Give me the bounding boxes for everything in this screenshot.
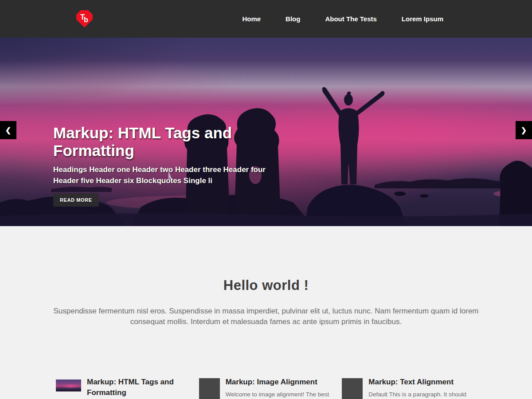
read-more-button[interactable]: READ MORE — [53, 193, 99, 207]
post-card: Markup: Image Alignment Welcome to image… — [199, 377, 333, 399]
content-section: Hello world ! Suspendisse fermentum nisl… — [0, 226, 532, 399]
post-thumbnail-sunset[interactable] — [56, 379, 81, 391]
chevron-left-icon: ❮ — [5, 126, 11, 134]
post-card-body: Markup: Image Alignment Welcome to image… — [226, 377, 333, 399]
post-card-body: Markup: Text Alignment Default This is a… — [368, 377, 476, 399]
slide-title[interactable]: Markup: HTML Tags and Formatting — [53, 124, 248, 160]
menu-item-home[interactable]: Home — [242, 15, 261, 23]
post-excerpt: Welcome to image alignment! The best way… — [226, 390, 333, 399]
hero-slider: Markup: HTML Tags and Formatting Heading… — [0, 38, 532, 226]
post-thumbnail-gray[interactable] — [342, 378, 363, 399]
chevron-right-icon: ❯ — [521, 126, 527, 134]
menu-link-lorem-ipsum[interactable]: Lorem Ipsum — [402, 15, 443, 23]
site-logo[interactable]: T b — [76, 10, 93, 27]
menu-item-blog[interactable]: Blog — [286, 15, 300, 23]
menu-link-about-the-tests[interactable]: About The Tests — [325, 15, 376, 23]
intro-paragraph: Suspendisse fermentum nisl eros. Suspend… — [48, 306, 485, 327]
post-excerpt: Default This is a paragraph. It should n… — [368, 390, 476, 399]
post-card: Markup: Text Alignment Default This is a… — [342, 377, 476, 399]
slide-caption: Markup: HTML Tags and Formatting Heading… — [53, 124, 284, 207]
top-navbar: T b Home Blog About The Tests Lorem Ipsu… — [0, 0, 532, 38]
menu-item-about-the-tests[interactable]: About The Tests — [325, 15, 376, 23]
post-card-body: Markup: HTML Tags and Formatting — [87, 377, 190, 399]
logo-letter-b: b — [84, 16, 88, 24]
post-title[interactable]: Markup: Image Alignment — [226, 377, 333, 388]
menu-item-lorem-ipsum[interactable]: Lorem Ipsum — [402, 15, 443, 23]
post-title[interactable]: Markup: HTML Tags and Formatting — [87, 377, 190, 399]
post-thumbnail-gray[interactable] — [199, 378, 220, 399]
slider-prev-button[interactable]: ❮ — [0, 121, 16, 139]
page-title: Hello world ! — [0, 226, 532, 293]
post-card: Markup: HTML Tags and Formatting — [56, 377, 190, 399]
menu-link-home[interactable]: Home — [242, 15, 261, 23]
main-menu: Home Blog About The Tests Lorem Ipsum — [242, 15, 443, 23]
menu-link-blog[interactable]: Blog — [286, 15, 300, 23]
recent-posts-row: Markup: HTML Tags and Formatting Markup:… — [56, 377, 476, 399]
slider-next-button[interactable]: ❯ — [516, 121, 532, 139]
slide-excerpt: Headings Header one Header two Header th… — [53, 164, 277, 186]
post-title[interactable]: Markup: Text Alignment — [368, 377, 476, 388]
